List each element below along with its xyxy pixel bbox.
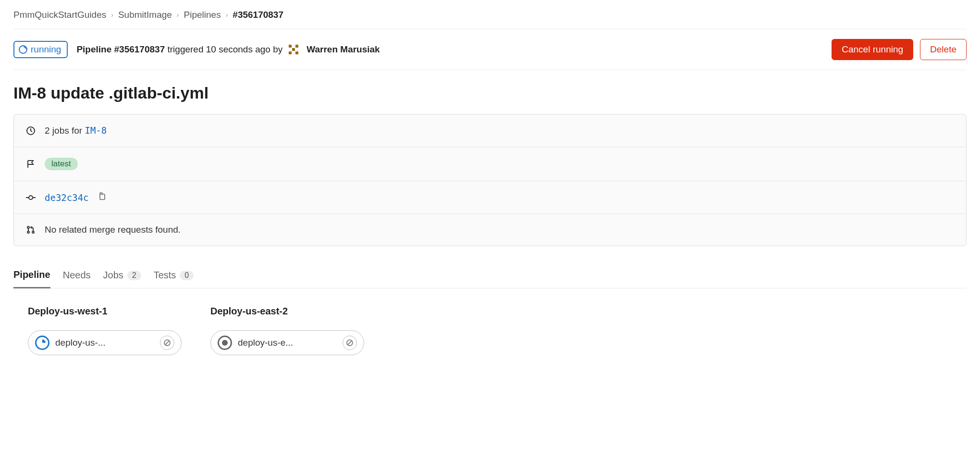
svg-point-10 [27, 226, 29, 228]
jobs-summary: 2 jobs for IM-8 [45, 125, 107, 136]
avatar[interactable] [286, 42, 301, 57]
breadcrumb-item[interactable]: PmmQuickStartGuides [13, 10, 106, 20]
svg-point-12 [32, 231, 34, 233]
breadcrumb: PmmQuickStartGuides › SubmitImage › Pipe… [13, 10, 967, 29]
svg-rect-4 [292, 48, 295, 51]
tab-needs[interactable]: Needs [63, 262, 91, 288]
info-tags-row: latest [14, 147, 966, 181]
mr-text: No related merge requests found. [45, 225, 181, 235]
cancel-running-button[interactable]: Cancel running [832, 39, 913, 60]
pipeline-id-label: Pipeline #356170837 [76, 44, 165, 54]
svg-rect-9 [100, 194, 105, 200]
svg-point-11 [27, 231, 29, 233]
status-label: running [31, 44, 61, 55]
tab-pipeline[interactable]: Pipeline [13, 262, 50, 288]
pipeline-header: running Pipeline #356170837 triggered 10… [13, 29, 967, 70]
stage-column: Deploy-us-east-2 deploy-us-e... [210, 306, 364, 355]
tab-jobs-label: Jobs [103, 270, 123, 281]
tab-jobs[interactable]: Jobs 2 [103, 262, 141, 288]
tab-tests-count: 0 [180, 271, 194, 280]
chevron-right-icon: › [177, 11, 179, 19]
job-name: deploy-us-... [55, 337, 154, 348]
running-icon [18, 45, 28, 54]
tab-tests[interactable]: Tests 0 [154, 262, 194, 288]
svg-rect-6 [295, 51, 298, 54]
breadcrumb-item[interactable]: SubmitImage [118, 10, 172, 20]
status-badge-running[interactable]: running [13, 41, 68, 58]
pipeline-stages: Deploy-us-west-1 deploy-us-... Deploy-us… [13, 288, 967, 373]
username[interactable]: Warren Marusiak [306, 44, 380, 55]
svg-rect-5 [289, 51, 292, 54]
svg-point-0 [19, 46, 27, 53]
tabs: Pipeline Needs Jobs 2 Tests 0 [13, 262, 967, 288]
stage-title: Deploy-us-west-1 [28, 306, 182, 317]
copy-commit-button[interactable] [98, 192, 106, 203]
job-cancel-button[interactable] [160, 336, 174, 350]
info-jobs-row: 2 jobs for IM-8 [14, 114, 966, 147]
job-pill[interactable]: deploy-us-... [28, 330, 182, 355]
branch-link[interactable]: IM-8 [85, 125, 107, 136]
commit-icon [25, 192, 36, 203]
pipeline-trigger-text: Pipeline #356170837 triggered 10 seconds… [76, 44, 282, 55]
clock-icon [25, 125, 36, 136]
breadcrumb-item-current: #356170837 [233, 10, 283, 20]
breadcrumb-item[interactable]: Pipelines [184, 10, 221, 20]
pipeline-info-box: 2 jobs for IM-8 latest de32c34c No relat… [13, 114, 967, 246]
job-cancel-button[interactable] [343, 336, 357, 350]
delete-button[interactable]: Delete [920, 39, 967, 60]
stage-title: Deploy-us-east-2 [210, 306, 364, 317]
info-mr-row: No related merge requests found. [14, 214, 966, 246]
svg-point-8 [29, 196, 33, 200]
svg-rect-2 [289, 45, 292, 48]
latest-tag: latest [45, 158, 78, 170]
flag-icon [25, 159, 36, 169]
info-commit-row: de32c34c [14, 181, 966, 214]
chevron-right-icon: › [111, 11, 113, 19]
merge-request-icon [25, 225, 36, 235]
tab-jobs-count: 2 [127, 271, 141, 280]
job-name: deploy-us-e... [238, 337, 337, 348]
jobs-count-text: 2 jobs for [45, 125, 85, 136]
tab-tests-label: Tests [154, 270, 176, 281]
header-actions: Cancel running Delete [832, 39, 967, 60]
job-status-created-icon [218, 336, 232, 350]
commit-link[interactable]: de32c34c [45, 192, 89, 203]
svg-rect-3 [295, 45, 298, 48]
job-status-running-icon [35, 336, 49, 350]
triggered-ago-text: triggered 10 seconds ago by [165, 44, 282, 54]
page-title: IM-8 update .gitlab-ci.yml [13, 84, 967, 102]
job-pill[interactable]: deploy-us-e... [210, 330, 364, 355]
chevron-right-icon: › [226, 11, 228, 19]
stage-column: Deploy-us-west-1 deploy-us-... [28, 306, 182, 355]
